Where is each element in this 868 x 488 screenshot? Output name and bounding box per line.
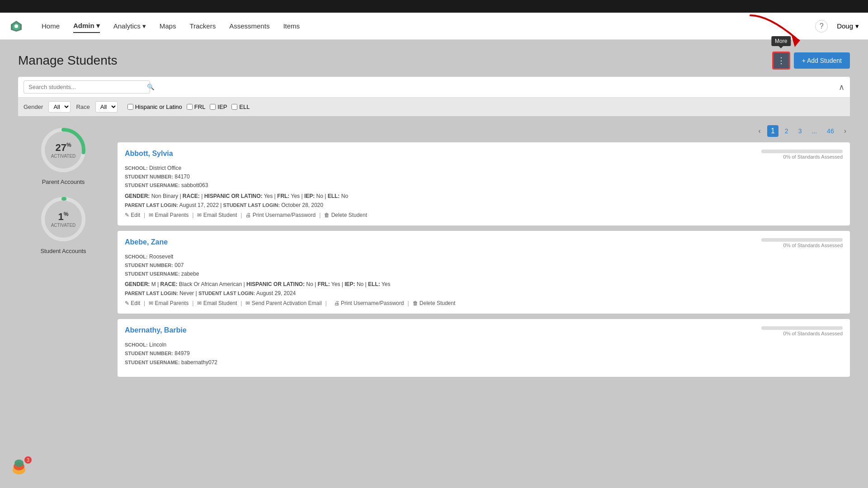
- bottom-logo[interactable]: 3: [9, 456, 32, 479]
- nav-items: Home Admin ▾ Analytics ▾ Maps Trackers A…: [42, 19, 815, 33]
- notification-badge: 3: [24, 456, 32, 464]
- email-parents-link[interactable]: ✉ Email Parents: [149, 212, 189, 218]
- header-actions: More ⋮ + Add Student: [772, 52, 850, 70]
- app-logo-icon: [9, 19, 24, 33]
- standards-bar: [761, 238, 843, 242]
- left-panel: 27% ACTIVATED Parent Accounts: [18, 125, 108, 382]
- help-button[interactable]: ?: [815, 20, 828, 33]
- page-title: Manage Students: [18, 53, 118, 68]
- email-parents-link[interactable]: ✉ Email Parents: [149, 300, 189, 306]
- svg-point-2: [14, 24, 18, 28]
- logo[interactable]: [9, 19, 28, 33]
- more-button[interactable]: ⋮: [772, 52, 790, 70]
- next-page-button[interactable]: ›: [840, 125, 850, 137]
- right-panel: ‹ 1 2 3 ... 46 › Abbott, Sylvia 0% of St…: [118, 125, 850, 382]
- page-2-button[interactable]: 2: [781, 126, 792, 136]
- nav-assessments[interactable]: Assessments: [229, 20, 269, 32]
- iep-checkbox[interactable]: [210, 104, 216, 110]
- standards-label: 0% of Standards Assessed: [783, 154, 843, 160]
- gender-select[interactable]: All: [48, 101, 71, 113]
- student-accounts-label: Student Accounts: [40, 248, 86, 254]
- student-card: Abebe, Zane 0% of Standards Assessed SCH…: [118, 231, 850, 314]
- student-info: SCHOOL: Lincoln STUDENT NUMBER: 84979 ST…: [125, 341, 843, 367]
- student-actions: ✎ Edit | ✉ Email Parents | ✉ Email Stude…: [125, 212, 843, 218]
- search-button[interactable]: 🔍: [147, 84, 155, 90]
- ell-checkbox[interactable]: [231, 104, 237, 110]
- edit-student-link[interactable]: ✎ Edit: [125, 300, 140, 306]
- search-input[interactable]: [24, 80, 150, 94]
- email-student-link[interactable]: ✉ Email Student: [197, 300, 237, 306]
- gender-label: Gender: [24, 103, 43, 110]
- parent-accounts-section: 27% ACTIVATED Parent Accounts: [18, 125, 108, 185]
- search-filter-bar: 🔍 ∧ Gender All Race All Hispanic or Lati…: [18, 77, 850, 116]
- svg-point-10: [14, 460, 24, 467]
- standards-bar: [761, 150, 843, 153]
- pagination: ‹ 1 2 3 ... 46 ›: [118, 125, 850, 137]
- frl-checkbox[interactable]: [187, 104, 193, 110]
- add-student-button[interactable]: + Add Student: [794, 52, 850, 69]
- student-accounts-circle: 1% ACTIVATED: [38, 194, 88, 244]
- parent-accounts-label: Parent Accounts: [42, 178, 85, 185]
- filter-checkboxes: Hispanic or Latino FRL IEP ELL: [127, 103, 250, 110]
- hispanic-checkbox[interactable]: [127, 104, 133, 110]
- nav-maps[interactable]: Maps: [160, 20, 176, 32]
- student-logins: PARENT LAST LOGIN: Never | STUDENT LAST …: [125, 290, 843, 296]
- prev-page-button[interactable]: ‹: [755, 125, 764, 137]
- search-row: 🔍 ∧: [18, 77, 850, 98]
- nav-analytics[interactable]: Analytics ▾: [113, 20, 146, 33]
- standards-label: 0% of Standards Assessed: [783, 331, 843, 336]
- delete-student-link[interactable]: 🗑 Delete Student: [324, 212, 367, 218]
- more-button-wrapper: More ⋮: [772, 52, 790, 70]
- student-info: SCHOOL: District Office STUDENT NUMBER: …: [125, 164, 843, 190]
- race-label: Race: [76, 103, 90, 110]
- ell-filter: ELL: [231, 103, 250, 110]
- main-content: Manage Students More ⋮ + Add Student 🔍 ∧: [0, 40, 868, 488]
- nav-items[interactable]: Items: [283, 20, 300, 32]
- frl-filter: FRL: [187, 103, 206, 110]
- page-header: Manage Students More ⋮ + Add Student: [18, 53, 850, 68]
- standards-bar: [761, 326, 843, 330]
- student-info: SCHOOL: Roosevelt STUDENT NUMBER: 007 ST…: [125, 253, 843, 279]
- standards-label: 0% of Standards Assessed: [783, 243, 843, 248]
- student-name[interactable]: Abebe, Zane: [125, 238, 168, 246]
- student-name[interactable]: Abbott, Sylvia: [125, 150, 173, 158]
- collapse-button[interactable]: ∧: [839, 82, 844, 92]
- print-link[interactable]: 🖨 Print Username/Password: [334, 300, 404, 306]
- nav-admin[interactable]: Admin ▾: [73, 19, 100, 33]
- nav-home[interactable]: Home: [42, 20, 60, 32]
- nav-right: ? Doug ▾: [815, 20, 859, 33]
- nav-trackers[interactable]: Trackers: [189, 20, 216, 32]
- filter-row: Gender All Race All Hispanic or Latino F…: [18, 98, 850, 116]
- page-ellipsis: ...: [808, 126, 821, 136]
- page-46-button[interactable]: 46: [823, 126, 838, 136]
- student-actions: ✎ Edit | ✉ Email Parents | ✉ Email Stude…: [125, 300, 843, 306]
- user-menu[interactable]: Doug ▾: [837, 22, 859, 30]
- iep-filter: IEP: [210, 103, 227, 110]
- top-bar: [0, 0, 868, 13]
- email-student-link[interactable]: ✉ Email Student: [197, 212, 237, 218]
- student-logins: PARENT LAST LOGIN: August 17, 2022 | STU…: [125, 202, 843, 208]
- delete-student-link[interactable]: 🗑 Delete Student: [413, 300, 456, 306]
- page-1-button[interactable]: 1: [767, 125, 778, 137]
- parent-accounts-circle: 27% ACTIVATED: [38, 125, 88, 175]
- student-card: Abernathy, Barbie 0% of Standards Assess…: [118, 319, 850, 377]
- hispanic-filter: Hispanic or Latino: [127, 103, 182, 110]
- student-accounts-section: 1% ACTIVATED Student Accounts: [18, 194, 108, 254]
- race-select[interactable]: All: [95, 101, 118, 113]
- student-card: Abbott, Sylvia 0% of Standards Assessed …: [118, 142, 850, 225]
- edit-student-link[interactable]: ✎ Edit: [125, 212, 140, 218]
- content-area: 27% ACTIVATED Parent Accounts: [18, 125, 850, 382]
- student-name[interactable]: Abernathy, Barbie: [125, 326, 187, 334]
- stacked-logo-icon: 3: [9, 456, 32, 479]
- student-attributes: GENDER: Non Binary | RACE: | HISPANIC OR…: [125, 193, 843, 199]
- page-3-button[interactable]: 3: [795, 126, 806, 136]
- print-link[interactable]: 🖨 Print Username/Password: [245, 212, 316, 218]
- navbar: Home Admin ▾ Analytics ▾ Maps Trackers A…: [0, 13, 868, 40]
- student-attributes: GENDER: M | RACE: Black Or African Ameri…: [125, 281, 843, 287]
- send-activation-link[interactable]: ✉ Send Parent Activation Email: [245, 300, 321, 306]
- more-tooltip: More: [771, 36, 791, 46]
